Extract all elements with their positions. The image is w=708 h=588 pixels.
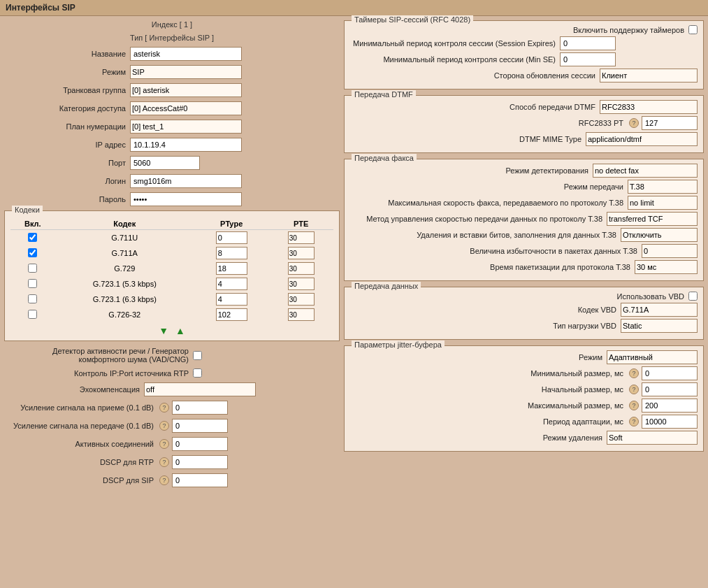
codec-0-pte[interactable]: 30 [288,231,315,244]
codec-3-ptype[interactable] [216,278,247,290]
codec-4-ptype[interactable] [216,293,247,306]
fax-detect-select[interactable]: no detect fax [593,164,698,178]
codec-1-checkbox[interactable] [28,248,37,257]
codec-3-pte[interactable]: 30 [288,278,315,290]
vad-checkbox[interactable] [193,351,202,360]
dtmf-rfc-input[interactable] [642,116,698,130]
rtp-row: Контроль IP:Port источника RTP [4,368,340,378]
access-label: Категория доступа [4,104,130,113]
jitter-max-help-icon[interactable]: ? [629,401,639,410]
codec-down-button[interactable]: ▼ [159,325,168,336]
echo-row: Эхокомпенсация off [4,382,340,396]
fax-bits-select[interactable]: Отключить [621,228,698,242]
codec-5-pte[interactable]: 30 [288,308,315,321]
dtmf-rfc-help-icon[interactable]: ? [629,118,639,128]
trunk-select[interactable]: [0] asterisk [130,83,242,97]
codec-3-name: G.723.1 (5.3 kbps) [55,276,194,292]
type-info: Тип [ Интерфейсы SIP ] [4,34,340,42]
gain-rx-input[interactable] [172,401,228,415]
gain-rx-help-icon[interactable]: ? [159,403,169,413]
codec-0-checkbox[interactable] [28,233,37,242]
echo-select[interactable]: off [144,382,256,396]
port-input[interactable] [130,156,200,170]
dscp-sip-input[interactable] [172,473,228,487]
dscp-rtp-row: DSCP для RTP ? [4,455,340,469]
timer-enable-checkbox[interactable] [688,25,698,34]
codec-2-name: G.729 [55,261,194,276]
dscp-rtp-help-icon[interactable]: ? [159,457,169,467]
jitter-remove-label: Режим удаления [350,433,607,442]
ip-input[interactable] [130,138,242,152]
jitter-max-input[interactable] [642,399,698,413]
fax-tcf-select[interactable]: transferred TCF [607,212,698,226]
codec-up-button[interactable]: ▲ [175,325,185,336]
dtmf-rfc-row: RFC2833 PT ? [350,116,698,130]
timer-se-input[interactable] [560,52,616,66]
codec-4-pte[interactable]: 30 [288,293,315,306]
codec-4-name: G.723.1 (6.3 kbps) [55,292,194,307]
codec-3-checkbox[interactable] [28,279,37,288]
vad-label: Детектор активности речи / Генератор ком… [4,347,193,364]
right-panel: Таймеры SIP-сессий (RFC 4028) Включить п… [344,20,704,489]
login-input[interactable] [130,174,242,188]
timer-refresh-row: Сторона обновления сессии Клиент [350,69,698,83]
timer-session-input[interactable] [560,36,616,50]
data-codec-select[interactable]: G.711A [621,303,698,317]
access-select[interactable]: [0] AccessCat#0 [130,101,242,115]
dtmf-section: Передача DTMF Способ передачи DTMF RFC28… [344,95,704,153]
dtmf-method-select[interactable]: RFC2833 [600,100,698,114]
fax-redundancy-select[interactable]: 0 [642,244,698,258]
mode-label: Режим [4,68,130,76]
jitter-period-help-icon[interactable]: ? [629,417,639,426]
mode-select[interactable]: SIP [130,65,242,79]
active-conn-help-icon[interactable]: ? [159,439,169,449]
codec-2-checkbox[interactable] [28,264,37,273]
fax-bits-row: Удаления и вставки битов, заполнения для… [350,228,698,242]
gain-tx-help-icon[interactable]: ? [159,421,169,431]
col-enabled: Вкл. [10,218,55,230]
timer-se-label: Минимальный период контроля сессии (Min … [350,55,560,64]
timer-enable-label: Включить поддержку таймеров [350,26,688,34]
codec-0-ptype[interactable] [216,231,247,244]
codec-4-checkbox[interactable] [28,294,37,303]
login-row: Логин [4,174,340,188]
table-row: G.711U 30 [10,230,333,246]
rtp-checkbox[interactable] [193,368,202,378]
jitter-min-row: Минимальный размер, мс ? [350,366,698,380]
jitter-min-input[interactable] [642,366,698,380]
dscp-rtp-input[interactable] [172,455,228,469]
active-conn-input[interactable] [172,437,228,451]
jitter-min-help-icon[interactable]: ? [629,368,639,378]
codec-2-ptype[interactable] [216,262,247,275]
password-input[interactable] [130,192,242,206]
plan-select[interactable]: [0] test_1 [130,120,242,134]
fax-packet-row: Время пакетизации для протокола T.38 30 … [350,260,698,274]
jitter-period-input[interactable] [642,415,698,429]
data-type-select[interactable]: Static [621,319,698,333]
name-label: Название [4,50,130,58]
port-label: Порт [4,159,130,167]
codec-1-ptype[interactable] [216,247,247,259]
data-vbd-row: Использовать VBD [350,292,698,301]
codec-2-pte[interactable]: 30 [288,262,315,275]
fax-transfer-select[interactable]: T.38 [628,180,698,194]
fax-packet-select[interactable]: 30 мс [635,260,698,274]
timer-refresh-select[interactable]: Клиент [600,69,698,83]
codec-1-pte[interactable]: 30 [288,247,315,259]
dscp-sip-help-icon[interactable]: ? [159,475,169,485]
name-input[interactable] [130,47,242,61]
dscp-sip-label: DSCP для SIP [4,476,158,485]
jitter-init-input[interactable] [642,382,698,396]
dtmf-method-label: Способ передачи DTMF [350,103,600,111]
codec-1-name: G.711A [55,245,194,261]
data-vbd-checkbox[interactable] [688,292,698,301]
codec-5-ptype[interactable] [216,308,247,321]
active-conn-label: Активных соединений [4,440,158,448]
gain-tx-input[interactable] [172,419,228,433]
jitter-mode-select[interactable]: Адаптивный [607,350,698,364]
dtmf-mime-select[interactable]: application/dtmf [586,132,698,146]
jitter-init-help-icon[interactable]: ? [629,385,639,394]
codec-5-checkbox[interactable] [28,310,37,319]
jitter-remove-select[interactable]: Soft [607,431,698,445]
fax-speed-select[interactable]: no limit [628,196,698,210]
